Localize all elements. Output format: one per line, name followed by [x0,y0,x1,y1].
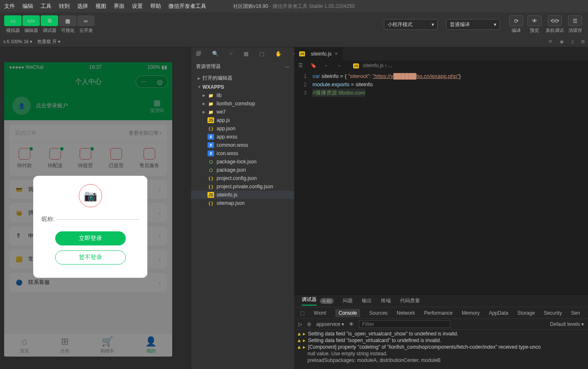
explorer-menu-icon[interactable]: ··· [285,64,289,70]
bookmark-icon[interactable]: 🔖 [310,63,317,68]
inspect-icon[interactable]: ⬚ [300,310,305,316]
devtab-memory[interactable]: Memory [462,310,480,316]
devtab-storage[interactable]: Storage [517,310,535,316]
compile-mode-dropdown[interactable]: 普通编译▾ [446,19,500,30]
file-siteinfo-js[interactable]: JSsiteinfo.js [191,191,294,199]
console-clear-icon[interactable]: ⊘ [307,321,311,327]
console-filter-input[interactable] [359,320,450,328]
section-open-editors[interactable]: ▶打开的编辑器 [191,73,294,83]
nickname-input[interactable] [56,219,139,220]
menu-goto[interactable]: 转到 [59,2,70,10]
login-modal: 📷 昵称: 立即登录 暂不登录 [33,176,147,278]
folder-we7[interactable]: ▶we7 [191,108,294,116]
panel-tab-terminal[interactable]: 终端 [381,297,391,304]
file-sitemap-json[interactable]: sitemap.json [191,199,294,207]
tab-siteinfo[interactable]: JSsiteinfo.js× [294,47,343,61]
file-package-json[interactable]: package.json [191,166,294,174]
login-button[interactable]: 立即登录 [55,231,126,245]
file-package-lock[interactable]: package-lock.json [191,158,294,166]
folder-lib[interactable]: ▶lib [191,91,294,100]
console-eye-icon[interactable]: 👁 [349,321,354,327]
record-icon[interactable]: ◉ [560,39,564,44]
popout-icon[interactable]: ⧉ [581,39,585,44]
devtab-network[interactable]: Network [397,310,415,316]
devtab-wxml[interactable]: Wxml [314,310,326,316]
box-icon[interactable]: ▢ [259,51,264,57]
mode-dropdown[interactable]: 小程序模式▾ [384,19,438,30]
simulator-panel: ●●●●● WeChat 18:37 100% ▮▮ 个人中心 ···◎ 👤 点… [0,47,190,369]
menu-help[interactable]: 帮助 [150,2,161,10]
close-icon[interactable]: × [335,51,338,57]
console-context[interactable]: appservice ▾ [316,321,344,327]
file-project-private[interactable]: project.private.config.json [191,182,294,191]
file-project-config[interactable]: project.config.json [191,174,294,182]
file-common-wxss[interactable]: common.wxss [191,141,294,149]
devtab-sources[interactable]: Sources [369,310,388,316]
cloud-button[interactable]: ∞ [77,15,95,26]
devtab-performance[interactable]: Performance [424,310,453,316]
realdevice-button[interactable]: ⟲⟳ [548,15,562,26]
ext-icon[interactable]: ▦ [244,51,249,57]
nav-fwd-icon[interactable]: → [337,63,342,68]
section-project[interactable]: ▼WXAPPS [191,83,294,91]
outline-icon[interactable]: ☰ [298,63,303,68]
branch-icon[interactable]: ⑂ [229,51,233,57]
compile-button[interactable]: ⟳ [509,15,523,26]
devtab-sensor[interactable]: Sen [571,310,580,316]
file-app-wxss[interactable]: app.wxss [191,133,294,141]
preview-button[interactable]: 👁 [527,15,542,26]
console-play-icon[interactable]: ▷ [298,321,302,327]
explorer-panel: 🗐 🔍 ⑂ ▦ ▢ ✋ ⇥ 资源管理器··· ▶打开的编辑器 ▼WXAPPS ▶… [190,47,294,369]
device-info[interactable]: s 6 100% 16 ▾ [3,39,32,44]
menu-view[interactable]: 视图 [95,2,106,10]
bottom-panel: 调试器 4,40 问题 输出 终端 代码质量 ⬚ Wxml Console So… [294,294,588,369]
preview-label: 预览 [530,27,539,34]
clearcache-button[interactable]: ☰ [568,15,582,26]
menu-tools[interactable]: 工具 [41,2,51,10]
panel-tab-output[interactable]: 输出 [362,297,372,304]
explorer-title: 资源管理器 [196,63,221,70]
folder-lionfish[interactable]: ▶lionfish_comshop [191,100,294,108]
menu-wxdevtools[interactable]: 微信开发者工具 [168,2,206,10]
device-icon[interactable]: ▯ [571,39,574,44]
editor-label: 编辑器 [24,27,38,34]
devtab-appdata[interactable]: AppData [489,310,508,316]
cloud-label: 云开发 [79,27,93,34]
hotreload-toggle[interactable]: 热重载 开 ▾ [37,39,61,45]
avatar-picker[interactable]: 📷 [79,184,102,207]
explorer-icon[interactable]: 🗐 [196,51,201,57]
panel-tab-quality[interactable]: 代码质量 [400,297,420,304]
menu-ui[interactable]: 界面 [114,2,124,10]
visualize-button[interactable]: ▦ [59,15,76,26]
devtab-security[interactable]: Security [544,310,562,316]
menu-file[interactable]: 文件 [4,2,15,10]
nav-back-icon[interactable]: ← [324,63,329,68]
refresh-icon[interactable]: ⟳ [549,39,552,44]
menu-settings[interactable]: 设置 [132,2,143,10]
realdevice-label: 真机调试 [546,27,564,34]
editor-toggle[interactable]: </> [22,15,40,26]
editor-tabstrip: JSsiteinfo.js× [294,47,588,61]
devtab-console[interactable]: Console [335,309,360,317]
window-title: 社区团购v18.90 - 微信开发者工具 Stable 1.05.2204250 [233,3,355,10]
file-icon-wxss[interactable]: icon.wxss [191,149,294,158]
panel-tab-problems[interactable]: 问题 [343,297,353,304]
code-editor[interactable]: 123 var siteinfo = { "siteroot": "https:… [294,70,588,294]
simulator-toggle[interactable]: ▭ [4,15,22,26]
menu-edit[interactable]: 编辑 [22,2,33,10]
hand-icon[interactable]: ✋ [275,51,282,57]
skip-login-button[interactable]: 暂不登录 [55,250,126,265]
file-tree: ▶打开的编辑器 ▼WXAPPS ▶lib ▶lionfish_comshop ▶… [191,73,294,207]
file-app-json[interactable]: app.json [191,124,294,133]
search-icon[interactable]: 🔍 [212,51,219,57]
console-levels[interactable]: Default levels ▾ [550,321,584,327]
editor-breadcrumb: ☰ 🔖 ← → JS siteinfo.js › ... [294,61,588,70]
console-output[interactable]: ▲ ▸Setting data field "is_open_virtualca… [294,330,588,364]
debugger-toggle[interactable]: ⧉ [41,15,58,26]
nickname-label: 昵称: [41,216,55,223]
panel-tab-debugger[interactable]: 调试器 [302,296,317,306]
breadcrumb-text[interactable]: siteinfo.js › ... [363,63,392,68]
file-app-js[interactable]: JSapp.js [191,116,294,124]
menu-select[interactable]: 选择 [77,2,88,10]
main-toolbar: ▭模拟器 </>编辑器 ⧉调试器 ▦可视化 ∞云开发 小程序模式▾ 普通编译▾ … [0,12,588,36]
